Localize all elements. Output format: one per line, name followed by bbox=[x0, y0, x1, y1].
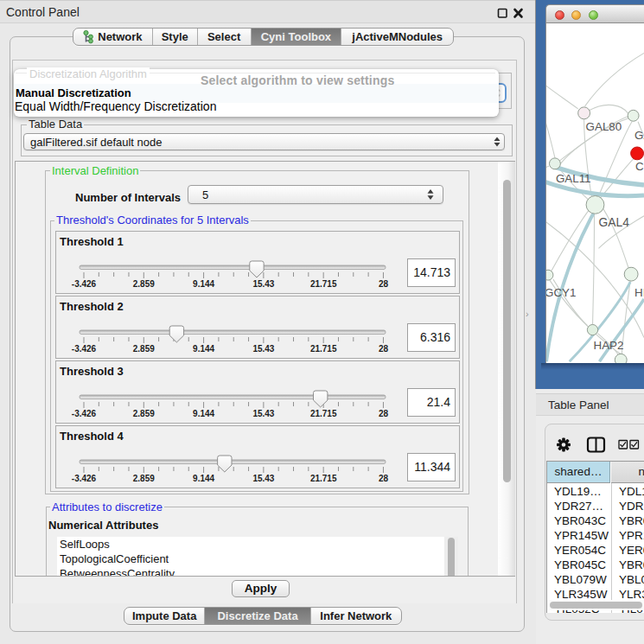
svg-text:-3.426: -3.426 bbox=[72, 409, 97, 418]
svg-text:15.43: 15.43 bbox=[252, 409, 274, 418]
svg-text:GAL: GAL bbox=[634, 129, 644, 142]
svg-text:C: C bbox=[635, 160, 644, 173]
svg-text:15.43: 15.43 bbox=[252, 279, 274, 289]
svg-text:2.859: 2.859 bbox=[133, 474, 155, 483]
svg-text:15.43: 15.43 bbox=[252, 474, 274, 483]
svg-text:9.144: 9.144 bbox=[193, 409, 214, 418]
svg-text:-3.426: -3.426 bbox=[72, 344, 97, 354]
svg-text:9.144: 9.144 bbox=[193, 279, 214, 289]
svg-text:-3.426: -3.426 bbox=[72, 279, 97, 289]
svg-text:15.43: 15.43 bbox=[252, 344, 274, 354]
svg-text:21.715: 21.715 bbox=[310, 474, 337, 483]
svg-text:GAL11: GAL11 bbox=[556, 172, 591, 185]
svg-text:28: 28 bbox=[379, 474, 389, 483]
svg-text:28: 28 bbox=[379, 409, 389, 418]
svg-text:GAL4: GAL4 bbox=[598, 215, 629, 229]
svg-text:21.715: 21.715 bbox=[310, 409, 337, 418]
svg-text:28: 28 bbox=[379, 279, 389, 289]
svg-text:21.715: 21.715 bbox=[310, 279, 337, 289]
svg-text:28: 28 bbox=[379, 344, 389, 354]
svg-text:-3.426: -3.426 bbox=[72, 474, 97, 483]
svg-text:9.144: 9.144 bbox=[193, 474, 214, 483]
svg-text:9.144: 9.144 bbox=[193, 344, 214, 354]
svg-text:2.859: 2.859 bbox=[133, 409, 155, 418]
svg-text:HAP2: HAP2 bbox=[594, 339, 624, 352]
svg-text:2.859: 2.859 bbox=[133, 279, 155, 289]
svg-text:21.715: 21.715 bbox=[310, 344, 337, 354]
svg-text:HIS: HIS bbox=[634, 286, 644, 299]
svg-text:2.859: 2.859 bbox=[133, 344, 155, 354]
svg-text:GCY1: GCY1 bbox=[545, 286, 576, 299]
svg-text:GAL80: GAL80 bbox=[586, 120, 622, 133]
